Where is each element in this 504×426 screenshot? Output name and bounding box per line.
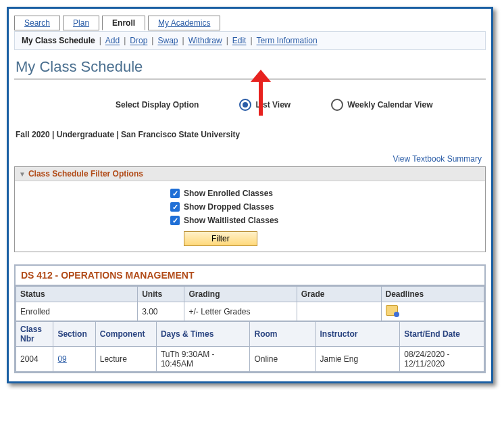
col-grading: Grading [184, 287, 297, 302]
checkbox-show-waitlisted[interactable]: ✓ Show Waitlisted Classes [170, 214, 485, 227]
class-block: DS 412 - OPERATIONS MANAGEMENT Status Un… [14, 264, 486, 373]
col-room: Room [250, 322, 316, 347]
filter-panel-header[interactable]: ▼ Class Schedule Filter Options [15, 167, 485, 181]
subnav-drop[interactable]: Drop [130, 36, 147, 45]
radio-dot-icon [331, 99, 343, 111]
subnav-swap[interactable]: Swap [157, 36, 178, 45]
tab-search[interactable]: Search [14, 16, 60, 30]
cell-start-end-date: 08/24/2020 - 12/11/2020 [400, 347, 484, 372]
col-units: Units [138, 287, 184, 302]
tab-my-academics[interactable]: My Academics [148, 16, 220, 30]
app-frame: Search Plan Enroll My Academics My Class… [7, 7, 493, 383]
cell-instructor: Jamie Eng [316, 347, 400, 372]
calendar-deadline-icon[interactable] [386, 305, 398, 316]
checkbox-show-dropped[interactable]: ✓ Show Dropped Classes [170, 200, 485, 214]
class-title: DS 412 - OPERATIONS MANAGEMENT [16, 266, 484, 286]
cell-deadlines [381, 302, 484, 321]
display-option-label: Select Display Option [116, 100, 199, 110]
sub-nav: My Class Schedule | Add | Drop | Swap | … [14, 31, 486, 50]
col-start-end-date: Start/End Date [400, 322, 484, 347]
table-header-row: Class Nbr Section Component Days & Times… [16, 322, 484, 347]
divider [14, 78, 486, 80]
filter-button[interactable]: Filter [184, 231, 257, 246]
cell-days-times: TuTh 9:30AM - 10:45AM [156, 347, 250, 372]
cell-units: 3.00 [138, 302, 184, 321]
cell-grade [297, 302, 381, 321]
checkbox-label: Show Enrolled Classes [184, 189, 273, 198]
col-status: Status [16, 287, 138, 302]
radio-calendar-view-label: Weekly Calendar View [347, 100, 432, 110]
cell-status: Enrolled [16, 302, 138, 321]
subnav-add[interactable]: Add [105, 36, 120, 45]
radio-dot-icon [239, 99, 251, 111]
class-detail-table: Class Nbr Section Component Days & Times… [16, 321, 484, 372]
filter-panel: ▼ Class Schedule Filter Options ✓ Show E… [14, 166, 486, 252]
class-summary-table: Status Units Grading Grade Deadlines Enr… [16, 286, 484, 321]
annotation-arrow [251, 70, 271, 117]
col-component: Component [95, 322, 156, 347]
col-class-nbr: Class Nbr [16, 322, 53, 347]
filter-panel-title: Class Schedule Filter Options [28, 169, 143, 179]
cell-grading: +/- Letter Grades [184, 302, 297, 321]
table-row: 2004 09 Lecture TuTh 9:30AM - 10:45AM On… [16, 347, 484, 372]
col-deadlines: Deadlines [381, 287, 484, 302]
view-textbook-summary-link[interactable]: View Textbook Summary [393, 154, 482, 164]
textbook-summary-row: View Textbook Summary [14, 154, 486, 164]
col-instructor: Instructor [316, 322, 400, 347]
checkmark-icon: ✓ [170, 216, 180, 225]
tab-enroll[interactable]: Enroll [102, 16, 145, 30]
checkbox-label: Show Dropped Classes [184, 202, 274, 212]
checkmark-icon: ✓ [170, 189, 180, 198]
col-grade: Grade [297, 287, 381, 302]
primary-tabs: Search Plan Enroll My Academics [14, 14, 486, 32]
collapse-icon: ▼ [19, 170, 26, 178]
table-row: Enrolled 3.00 +/- Letter Grades [16, 302, 484, 321]
checkbox-show-enrolled[interactable]: ✓ Show Enrolled Classes [170, 187, 485, 200]
checkbox-label: Show Waitlisted Classes [184, 216, 278, 225]
cell-room: Online [250, 347, 316, 372]
checkmark-icon: ✓ [170, 202, 180, 212]
subnav-withdraw[interactable]: Withdraw [188, 36, 222, 45]
term-line: Fall 2020 | Undergraduate | San Francisc… [14, 118, 486, 154]
filter-panel-body: ✓ Show Enrolled Classes ✓ Show Dropped C… [15, 181, 485, 252]
subnav-current: My Class Schedule [22, 36, 95, 45]
subnav-edit[interactable]: Edit [232, 36, 247, 45]
table-header-row: Status Units Grading Grade Deadlines [16, 287, 484, 302]
display-option-row: Select Display Option List View Weekly C… [14, 99, 486, 118]
col-section: Section [53, 322, 95, 347]
cell-section: 09 [53, 347, 95, 372]
subnav-term-information[interactable]: Term Information [257, 36, 318, 45]
radio-weekly-calendar-view[interactable]: Weekly Calendar View [331, 99, 432, 111]
cell-component: Lecture [95, 347, 156, 372]
col-days-times: Days & Times [156, 322, 250, 347]
tab-plan[interactable]: Plan [63, 16, 99, 30]
cell-class-nbr: 2004 [16, 347, 53, 372]
section-link[interactable]: 09 [57, 354, 66, 364]
